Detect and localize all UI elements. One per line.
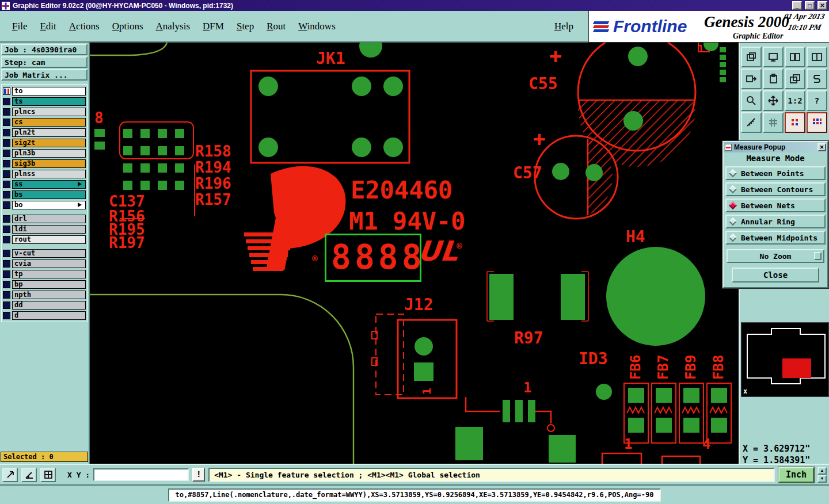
minimize-button[interactable]: _ [792, 1, 802, 10]
layer-name-dd[interactable]: dd [12, 301, 86, 310]
layer-colors-alt-button[interactable] [807, 112, 827, 133]
export-view-button[interactable] [741, 68, 762, 89]
layer-row-v-cut[interactable]: v-cut [3, 249, 86, 258]
maximize-button[interactable]: □ [805, 1, 815, 10]
layer-visibility-toggle[interactable] [3, 98, 10, 105]
layer-name-bo[interactable]: bo [12, 201, 86, 209]
layer-row-rout[interactable]: rout [3, 235, 86, 244]
layer-visibility-toggle[interactable] [3, 201, 10, 209]
layer-visibility-toggle[interactable] [3, 139, 10, 147]
c57-capacitor[interactable] [535, 136, 618, 219]
r97-resistor[interactable] [487, 272, 588, 321]
command-bang-button[interactable]: ! [192, 468, 205, 482]
layer-visibility-toggle[interactable] [3, 270, 10, 278]
layer-visibility-toggle[interactable] [3, 226, 10, 233]
dropdown-thumb-icon[interactable] [814, 252, 822, 260]
layer-name-d[interactable]: d [12, 311, 86, 320]
layer-row-drl[interactable]: drl [3, 214, 86, 223]
layer-row-to[interactable]: to [3, 86, 86, 96]
layer-row-d[interactable]: d [3, 311, 86, 320]
layer-visibility-toggle[interactable] [3, 291, 10, 299]
layer-name-v-cut[interactable]: v-cut [12, 249, 86, 258]
measure-option-between-midpoints[interactable]: Between Midpoints [725, 231, 826, 245]
units-button[interactable]: Inch [778, 467, 814, 483]
j12-connector[interactable] [372, 314, 457, 398]
zoom-mode-select[interactable]: No Zoom [727, 249, 824, 263]
layer-row-ldi[interactable]: ldi [3, 224, 86, 234]
layer-row-bp[interactable]: bp [3, 280, 86, 289]
id3-pad[interactable] [596, 384, 612, 400]
layer-name-plncs[interactable]: plncs [12, 108, 86, 116]
layer-name-rout[interactable]: rout [12, 235, 86, 244]
layer-name-ss[interactable]: ss [12, 180, 86, 189]
menu-file[interactable]: File [12, 21, 27, 32]
tile-windows-button[interactable] [785, 47, 805, 67]
layer-colors-button[interactable] [785, 112, 805, 133]
menu-windows[interactable]: Windows [298, 21, 336, 32]
measure-option-between-contours[interactable]: Between Contours [725, 182, 826, 196]
zoom-ratio-button[interactable]: 1:2 [785, 90, 805, 111]
zoom-tool-button[interactable] [741, 90, 762, 111]
layer-visibility-toggle[interactable] [3, 160, 10, 167]
layer-row-plnss[interactable]: plnss [3, 169, 86, 178]
layer-visibility-toggle[interactable] [3, 191, 10, 198]
serpentine-tool-button[interactable] [807, 68, 827, 89]
layer-row-npth[interactable]: npth [3, 290, 86, 299]
copy-window-button[interactable] [741, 47, 762, 67]
layer-visibility-toggle[interactable] [3, 281, 10, 288]
layer-row-dd[interactable]: dd [3, 300, 86, 310]
layer-visibility-toggle[interactable] [3, 108, 10, 116]
pcb-canvas[interactable]: JK1 8 R158 R194 R196 R157 C137 R156 R195… [90, 43, 739, 464]
menu-analysis[interactable]: Analysis [156, 21, 191, 32]
layer-row-sig3b[interactable]: sig3b [3, 159, 86, 168]
layer-name-cvia[interactable]: cvia [12, 259, 86, 268]
split-window-button[interactable] [807, 47, 827, 67]
layer-name-bs[interactable]: bs [12, 190, 86, 199]
layer-row-sig2t[interactable]: sig2t [3, 138, 86, 147]
layer-name-to[interactable]: to [12, 87, 86, 96]
menu-step[interactable]: Step [237, 21, 254, 32]
layer-name-bp[interactable]: bp [12, 280, 86, 289]
measure-popup-titlebar[interactable]: Measure Popup ✕ [724, 142, 827, 152]
layer-row-ss[interactable]: ss [3, 180, 86, 189]
layer-name-plnss[interactable]: plnss [12, 170, 86, 178]
layer-row-bs[interactable]: bs [3, 190, 86, 199]
menu-actions[interactable]: Actions [69, 21, 100, 32]
xy-input[interactable] [93, 468, 189, 481]
h4-pad[interactable] [606, 247, 705, 346]
measure-option-between-nets[interactable]: Between Nets [725, 198, 826, 212]
measure-tool-button[interactable] [741, 112, 762, 133]
layer-visibility-toggle[interactable] [3, 236, 10, 243]
layer-name-pln3b[interactable]: pln3b [12, 149, 86, 158]
table-mode-button[interactable] [40, 468, 56, 482]
title-bar[interactable]: Graphic Editor 9.02c2 (00@HY-HYCAM-PC050… [0, 0, 829, 11]
layer-name-ldi[interactable]: ldi [12, 225, 86, 234]
layer-name-sig3b[interactable]: sig3b [12, 159, 86, 168]
layer-name-tp[interactable]: tp [12, 270, 86, 278]
layer-visibility-toggle[interactable] [3, 301, 10, 309]
layer-name-drl[interactable]: drl [12, 215, 86, 223]
screen-view-button[interactable] [763, 47, 784, 67]
layer-visibility-toggle[interactable] [3, 129, 10, 136]
menu-rout[interactable]: Rout [267, 21, 286, 32]
close-button[interactable]: ✕ [817, 1, 827, 10]
grid-button[interactable] [763, 112, 784, 133]
menu-edit[interactable]: Edit [40, 21, 56, 32]
layer-name-sig2t[interactable]: sig2t [12, 139, 86, 147]
layer-visibility-toggle[interactable] [3, 119, 10, 126]
layer-name-npth[interactable]: npth [12, 291, 86, 299]
layer-visibility-toggle[interactable] [3, 170, 10, 178]
layer-row-pln2t[interactable]: pln2t [3, 128, 86, 137]
select-mode-button[interactable] [2, 468, 18, 482]
menu-dfm[interactable]: DFM [203, 21, 224, 32]
layer-name-ts[interactable]: ts [12, 97, 86, 106]
layer-row-cvia[interactable]: cvia [3, 259, 86, 268]
ferrite-bead-array[interactable] [624, 383, 731, 443]
top-edge-pad[interactable] [359, 43, 382, 58]
scroll-up-icon[interactable]: ▲ [817, 467, 827, 475]
layer-row-bo[interactable]: bo [3, 200, 86, 209]
scroll-down-icon[interactable]: ▼ [817, 475, 827, 483]
jk1-connector[interactable] [251, 71, 409, 163]
layer-row-ts[interactable]: ts [3, 97, 86, 106]
layer-row-cs[interactable]: cs [3, 117, 86, 127]
